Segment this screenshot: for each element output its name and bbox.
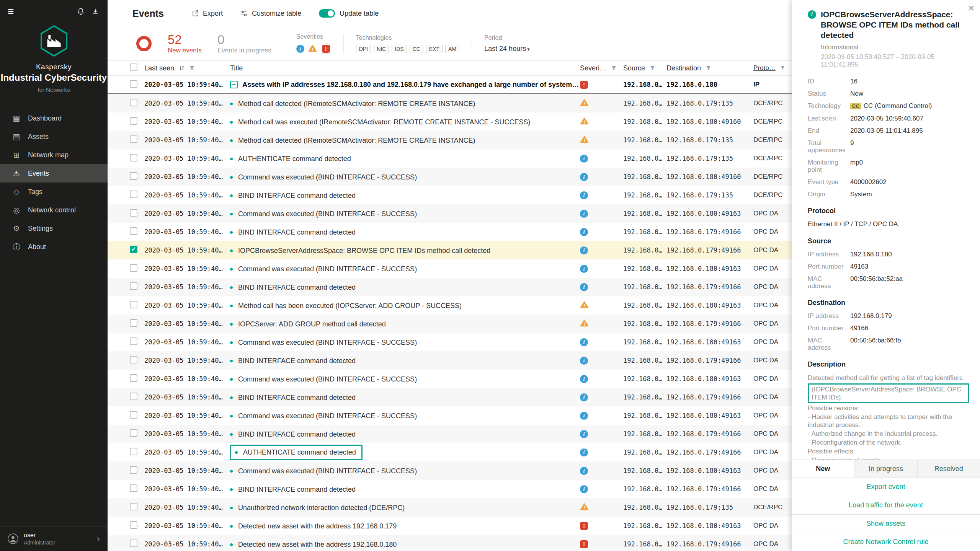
table-row[interactable]: 2020-03-05 10:59:40…BIND INTERFACE comma… <box>108 223 792 241</box>
row-checkbox[interactable] <box>130 264 137 272</box>
row-checkbox[interactable] <box>130 301 137 308</box>
row-checkbox[interactable] <box>130 135 137 143</box>
table-row[interactable]: 2020-03-05 10:59:40…Command was executed… <box>108 333 792 351</box>
technology-chip-cc[interactable]: CC <box>410 45 423 53</box>
warning-severity-filter[interactable]: ! <box>308 44 317 54</box>
event-title[interactable]: Method call was executed (IRemoteSCMActi… <box>230 118 531 126</box>
table-row[interactable]: 2020-03-05 10:59:40…Command was executed… <box>108 461 792 480</box>
event-title[interactable]: BIND INTERFACE command detected <box>230 357 356 365</box>
row-checkbox[interactable] <box>130 154 137 161</box>
table-row[interactable]: 2020-03-05 10:59:40…IOPCServer: ADD GROU… <box>108 315 792 333</box>
table-row[interactable]: 2020-03-05 10:59:40…Method call detected… <box>108 94 792 112</box>
period-selector[interactable]: Last 24 hours▾ <box>484 45 530 53</box>
row-checkbox[interactable] <box>130 521 137 529</box>
sidebar-item-dashboard[interactable]: ▦Dashboard <box>0 109 108 127</box>
table-row[interactable]: 2020-03-05 10:59:40…IOPCBrowseServerAddr… <box>108 241 792 259</box>
column-header-last-seen[interactable]: Last seen <box>144 64 230 72</box>
table-row[interactable]: 2020-03-05 10:59:40…Method call detected… <box>108 131 792 149</box>
row-checkbox[interactable] <box>130 117 137 125</box>
select-all-checkbox[interactable] <box>130 64 137 71</box>
row-checkbox[interactable] <box>130 540 137 547</box>
sidebar-item-about[interactable]: ⓘAbout <box>0 238 108 256</box>
row-checkbox[interactable] <box>130 466 137 474</box>
event-title[interactable]: AUTHENTICATE command detected <box>230 155 351 163</box>
row-checkbox[interactable] <box>130 191 137 198</box>
menu-toggle-icon[interactable]: ≡ <box>8 6 14 17</box>
event-title[interactable]: IOPCBrowseServerAddressSpace: BROWSE OPC… <box>230 247 490 255</box>
table-row[interactable]: 2020-03-05 10:59:40…Method call has been… <box>108 296 792 315</box>
filter-funnel-icon[interactable] <box>706 66 711 71</box>
event-title[interactable]: BIND INTERFACE command detected <box>230 430 356 439</box>
update-table-toggle[interactable]: Update table <box>319 9 379 18</box>
panel-scroll-area[interactable]: i IOPCBrowseServerAddressSpace: BROWSE O… <box>792 0 980 460</box>
row-checkbox[interactable] <box>130 429 137 437</box>
row-checkbox[interactable] <box>130 319 137 327</box>
event-title[interactable]: Detected new asset with the address 192.… <box>230 522 397 530</box>
row-checkbox[interactable] <box>130 99 137 106</box>
critical-severity-filter[interactable]: ! <box>321 44 331 54</box>
export-button[interactable]: Export <box>191 10 223 18</box>
row-checkbox[interactable] <box>130 374 137 382</box>
event-title[interactable]: BIND INTERFACE command detected <box>230 192 356 200</box>
download-icon[interactable] <box>91 8 99 15</box>
event-title[interactable]: Command was executed (BIND INTERFACE - S… <box>230 375 417 383</box>
column-header-title[interactable]: Title <box>230 64 580 72</box>
notifications-bell-icon[interactable] <box>77 8 85 15</box>
row-checkbox[interactable] <box>130 393 137 400</box>
row-checkbox[interactable] <box>130 503 137 510</box>
event-title[interactable]: Method call detected (IRemoteSCMActivato… <box>230 100 475 108</box>
event-title[interactable]: Unauthorized network interaction detecte… <box>230 504 405 512</box>
load-traffic-for-the-event-button[interactable]: Load traffic for the event <box>792 496 980 514</box>
toggle-on-icon[interactable] <box>319 9 335 18</box>
row-checkbox[interactable] <box>130 80 137 88</box>
filter-funnel-icon[interactable] <box>611 66 616 71</box>
row-checkbox[interactable] <box>130 356 137 364</box>
technology-chip-nic[interactable]: NIC <box>374 45 389 53</box>
sidebar-item-assets[interactable]: ▤Assets <box>0 127 108 146</box>
technology-chip-dpi[interactable]: DPI <box>356 45 371 53</box>
column-header-source[interactable]: Source <box>623 64 666 72</box>
technology-chip-am[interactable]: AM <box>445 45 459 53</box>
row-checkbox[interactable] <box>130 246 137 253</box>
event-title[interactable]: AUTHENTICATE command detected <box>230 445 363 460</box>
event-title[interactable]: Command was executed (BIND INTERFACE - S… <box>230 467 417 475</box>
status-button-new[interactable]: New <box>792 460 854 478</box>
status-button-in-progress[interactable]: In progress <box>854 460 917 478</box>
table-row[interactable]: 2020-03-05 10:59:40…BIND INTERFACE comma… <box>108 351 792 370</box>
table-row[interactable]: 2020-03-05 10:59:40…Method call was exec… <box>108 112 792 131</box>
event-title[interactable]: IOPCServer: ADD GROUP method call detect… <box>230 320 386 328</box>
new-events-stat[interactable]: 52 New events <box>168 33 217 54</box>
table-row[interactable]: 2020-03-05 10:59:40…BIND INTERFACE comma… <box>108 278 792 296</box>
table-row[interactable]: 2020-03-05 10:59:40…Command was executed… <box>108 406 792 425</box>
info-severity-filter[interactable]: i <box>296 45 304 53</box>
event-title[interactable]: BIND INTERFACE command detected <box>230 394 356 402</box>
event-title[interactable]: Command was executed (BIND INTERFACE - S… <box>230 210 417 218</box>
table-row[interactable]: 2020-03-05 10:59:40…AUTHENTICATE command… <box>108 149 792 168</box>
filter-funnel-icon[interactable] <box>650 66 655 71</box>
filter-funnel-icon[interactable] <box>780 65 785 70</box>
sidebar-item-events[interactable]: ⚠Events <box>0 164 108 183</box>
table-row[interactable]: 2020-03-05 10:59:40…BIND INTERFACE comma… <box>108 425 792 443</box>
table-row[interactable]: 2020-03-05 10:59:40…BIND INTERFACE comma… <box>108 480 792 498</box>
table-row[interactable]: 2020-03-05 10:59:40…−Assets with IP addr… <box>108 76 792 94</box>
event-title[interactable]: Command was executed (BIND INTERFACE - S… <box>230 412 417 420</box>
table-row[interactable]: 2020-03-05 10:59:40…AUTHENTICATE command… <box>108 443 792 461</box>
row-checkbox[interactable] <box>130 172 137 180</box>
table-row[interactable]: 2020-03-05 10:59:40…Command was executed… <box>108 370 792 388</box>
user-menu[interactable]: user Administrator › <box>0 526 108 551</box>
status-button-resolved[interactable]: Resolved <box>917 460 980 478</box>
event-title[interactable]: −Assets with IP addresses 192.168.0.180 … <box>230 81 580 89</box>
show-assets-button[interactable]: Show assets <box>792 514 980 533</box>
row-checkbox[interactable] <box>130 484 137 492</box>
table-row[interactable]: 2020-03-05 10:59:40…BIND INTERFACE comma… <box>108 388 792 406</box>
event-title[interactable]: Command was executed (BIND INTERFACE - S… <box>230 265 417 273</box>
sidebar-item-settings[interactable]: ⚙Settings <box>0 219 108 238</box>
table-row[interactable]: 2020-03-05 10:59:40…Command was executed… <box>108 259 792 278</box>
column-header-destination[interactable]: Destination <box>666 64 753 72</box>
close-icon[interactable]: × <box>968 2 975 14</box>
row-checkbox[interactable] <box>130 282 137 290</box>
customize-table-button[interactable]: Customize table <box>240 10 301 18</box>
event-title[interactable]: BIND INTERFACE command detected <box>230 228 356 236</box>
collapse-group-icon[interactable]: − <box>230 81 238 88</box>
row-checkbox[interactable] <box>130 337 137 345</box>
